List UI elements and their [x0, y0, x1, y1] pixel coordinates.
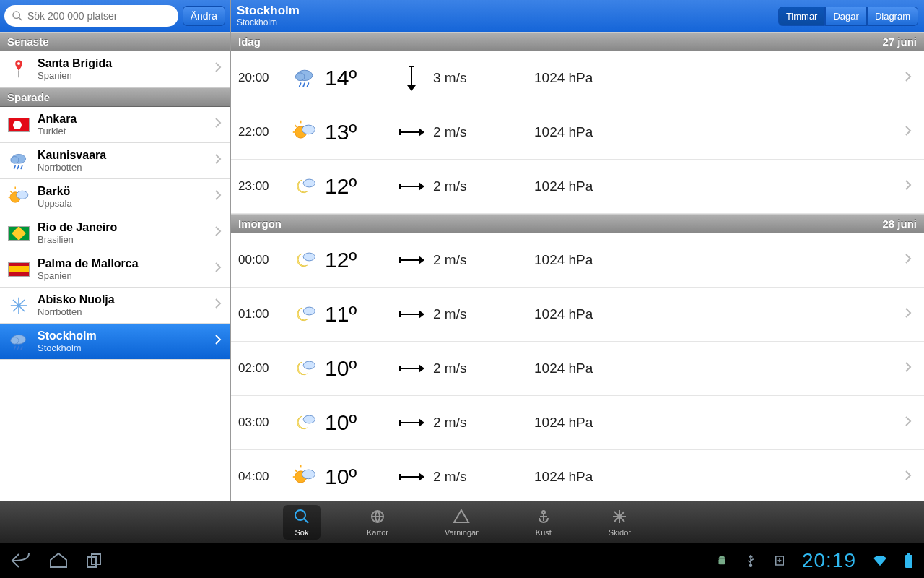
svg-line-46 — [295, 470, 297, 472]
svg-line-1 — [19, 17, 22, 20]
svg-point-5 — [11, 156, 19, 163]
suncloud-icon — [284, 119, 325, 145]
hour-row[interactable]: 02:00 10º 2 m/s 1024 hPa — [231, 342, 924, 396]
svg-rect-78 — [905, 555, 912, 568]
svg-point-25 — [302, 125, 315, 134]
place-sub: Norrbotten — [38, 162, 206, 173]
maps-icon — [369, 508, 386, 527]
tab-search[interactable]: Sök — [283, 505, 321, 540]
wind-direction-icon — [390, 468, 433, 486]
clock: 20:19 — [802, 549, 856, 572]
hour-temp: 10º — [325, 410, 390, 435]
svg-line-9 — [10, 191, 12, 192]
place-row[interactable]: Barkö Uppsala — [0, 179, 230, 215]
hour-row[interactable]: 03:00 10º 2 m/s 1024 hPa — [231, 396, 924, 450]
search-input-wrap[interactable] — [4, 5, 178, 27]
hour-time: 22:00 — [238, 125, 284, 139]
mooncloud-icon — [284, 247, 325, 273]
tab-days[interactable]: Dagar — [825, 7, 866, 26]
wind-direction-icon — [390, 360, 433, 377]
search-bar: Ändra — [0, 0, 230, 32]
hour-time: 02:00 — [238, 361, 284, 376]
search-icon — [293, 508, 310, 527]
hour-wind: 2 m/s — [433, 124, 534, 140]
hour-time: 20:00 — [238, 71, 284, 85]
hour-pressure: 1024 hPa — [534, 124, 693, 140]
hour-pressure: 1024 hPa — [534, 306, 693, 322]
wind-direction-icon — [390, 414, 433, 431]
place-row[interactable]: Abisko Nuolja Norrbotten — [0, 288, 230, 324]
tab-hours[interactable]: Timmar — [778, 7, 826, 26]
hour-row[interactable]: 23:00 12º 2 m/s 1024 hPa — [231, 160, 924, 214]
hour-row[interactable]: 20:00 14º 3 m/s 1024 hPa — [231, 51, 924, 105]
svg-point-47 — [302, 470, 315, 479]
tab-label: Varningar — [445, 528, 479, 537]
chevron-right-icon — [214, 225, 222, 241]
flag-es-icon — [7, 258, 30, 281]
place-row[interactable]: Rio de Janeiro Brasilien — [0, 215, 230, 251]
location-subtitle: Stockholm — [237, 17, 778, 27]
hour-wind: 2 m/s — [433, 361, 534, 376]
chevron-right-icon — [904, 307, 917, 322]
place-name: Ankara — [38, 113, 206, 126]
svg-line-24 — [295, 125, 297, 127]
place-name: Palma de Mallorca — [38, 257, 206, 270]
hour-row[interactable]: 22:00 13º 2 m/s 1024 hPa — [231, 105, 924, 160]
tab-warnings[interactable]: Varningar — [435, 505, 489, 540]
svg-point-2 — [17, 62, 20, 65]
place-sub: Turkiet — [38, 126, 206, 137]
place-name: Kaunisvaara — [38, 149, 206, 162]
hour-pressure: 1024 hPa — [534, 469, 693, 485]
warnings-icon — [453, 508, 470, 527]
back-icon[interactable] — [10, 551, 32, 570]
search-input[interactable] — [27, 10, 171, 22]
chevron-right-icon — [214, 117, 222, 132]
home-icon[interactable] — [48, 551, 69, 570]
hour-row[interactable]: 01:00 11º 2 m/s 1024 hPa — [231, 288, 924, 342]
rain-icon — [7, 330, 30, 353]
hour-time: 00:00 — [238, 253, 284, 267]
hour-wind: 2 m/s — [433, 306, 534, 322]
place-row[interactable]: Santa Brígida Spanien — [0, 51, 230, 87]
svg-rect-73 — [718, 559, 725, 565]
edit-button[interactable]: Ändra — [183, 6, 225, 26]
svg-point-31 — [303, 253, 315, 261]
tab-coast[interactable]: Kust — [525, 505, 562, 540]
place-sub: Brasilien — [38, 234, 206, 245]
suncloud-icon — [284, 464, 325, 490]
forecast-list[interactable]: Idag27 juni 20:00 14º 3 m/s 1024 hPa 22:… — [231, 32, 924, 501]
tab-label: Skidor — [609, 528, 631, 537]
pin-icon — [7, 58, 30, 81]
wind-direction-icon — [390, 178, 433, 195]
place-name: Stockholm — [38, 329, 206, 342]
chevron-right-icon — [904, 179, 917, 194]
hour-time: 23:00 — [238, 179, 284, 194]
hour-temp: 10º — [325, 465, 390, 489]
hour-row[interactable]: 00:00 12º 2 m/s 1024 hPa — [231, 233, 924, 288]
place-sub: Stockholm — [38, 342, 206, 353]
hour-temp: 12º — [325, 174, 390, 199]
recent-apps-icon[interactable] — [85, 551, 107, 570]
wind-direction-icon — [390, 124, 433, 141]
place-row[interactable]: Kaunisvaara Norrbotten — [0, 143, 230, 179]
tab-maps[interactable]: Kartor — [357, 505, 398, 540]
place-name: Rio de Janeiro — [38, 221, 206, 234]
tab-diagram[interactable]: Diagram — [867, 7, 918, 26]
sidebar: Ändra Senaste Santa Brígida Spanien Spar… — [0, 0, 231, 501]
hour-pressure: 1024 hPa — [534, 178, 693, 194]
place-row[interactable]: Ankara Turkiet — [0, 107, 230, 143]
hour-pressure: 1024 hPa — [534, 415, 693, 431]
flag-br-icon — [7, 222, 30, 245]
hour-temp: 12º — [325, 248, 390, 272]
mooncloud-icon — [284, 301, 325, 327]
svg-point-76 — [749, 564, 751, 566]
tab-ski[interactable]: Skidor — [598, 505, 641, 540]
place-row[interactable]: Palma de Mallorca Spanien — [0, 251, 230, 288]
wind-direction-icon — [390, 251, 433, 269]
hour-time: 03:00 — [238, 415, 284, 430]
place-row[interactable]: Stockholm Stockholm — [0, 324, 230, 360]
flag-tr-icon — [7, 113, 30, 137]
coast-icon — [535, 508, 552, 527]
bottom-tabbar: Sök Kartor Varningar Kust Skidor — [0, 501, 924, 543]
hour-row[interactable]: 04:00 10º 2 m/s 1024 hPa — [231, 450, 924, 501]
